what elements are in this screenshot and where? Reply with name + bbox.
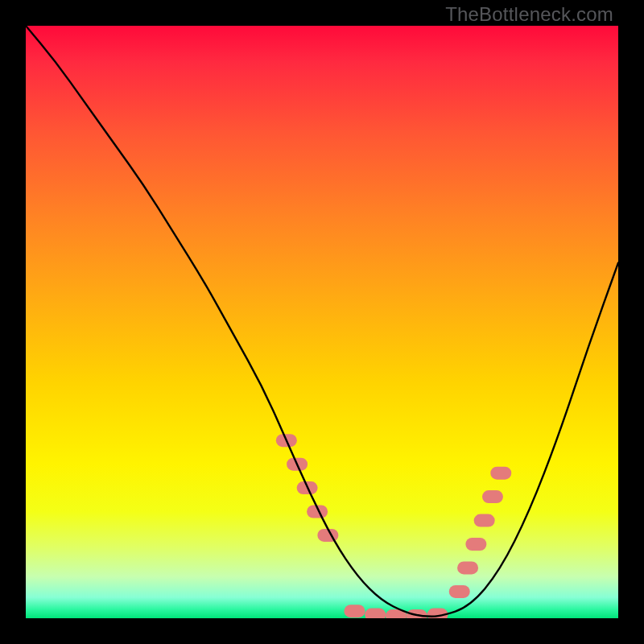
watermark-text: TheBottleneck.com <box>445 3 613 26</box>
highlight-dot <box>344 605 365 617</box>
highlight-dots-group <box>276 434 511 618</box>
highlight-dot <box>490 467 511 480</box>
chart-frame <box>26 26 618 618</box>
highlight-dot <box>482 490 503 503</box>
highlight-dot <box>474 514 495 527</box>
highlight-dot <box>449 585 470 598</box>
chart-svg <box>26 26 618 618</box>
highlight-dot <box>365 609 386 618</box>
highlight-dot <box>457 561 478 574</box>
highlight-dot <box>465 538 486 551</box>
plot-area <box>26 26 618 618</box>
bottleneck-curve-line <box>26 26 618 617</box>
